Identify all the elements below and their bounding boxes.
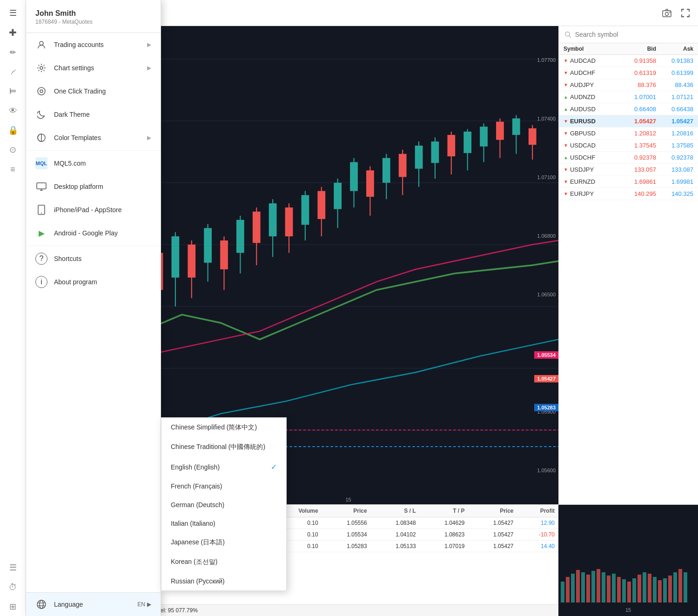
price-tag-1: 1.05534 (534, 351, 558, 359)
svg-rect-38 (204, 228, 212, 262)
user-name: John Smith (35, 9, 151, 18)
language-current: EN ▶ (137, 601, 151, 608)
svg-rect-50 (302, 195, 309, 225)
hamburger-icon[interactable]: ☰ (4, 4, 22, 22)
level-text: Level: 95 077.79% (156, 607, 198, 614)
lang-item-french[interactable]: French (Français) (161, 477, 286, 495)
lang-item-russian[interactable]: Russian (Русский) (161, 572, 286, 590)
pen-icon[interactable]: ✏ (4, 43, 22, 61)
screenshot-button[interactable] (659, 5, 675, 21)
svg-point-135 (40, 67, 43, 69)
indicator-icon[interactable]: ⊨ (4, 82, 22, 100)
lang-item-english[interactable]: English (English) ✓ (161, 457, 286, 477)
nav-item-language[interactable]: Language EN ▶ (26, 592, 161, 616)
dark-theme-label: Dark Theme (54, 111, 90, 118)
nav-item-android[interactable]: ▶ Android - Google Play (26, 221, 161, 245)
chart-x-label-15: 15 (345, 497, 351, 502)
svg-rect-114 (591, 571, 595, 603)
search-icon (564, 31, 571, 38)
svg-point-136 (38, 87, 45, 95)
nav-item-color-templates[interactable]: Color Templates ▶ (26, 126, 161, 149)
nav-item-dark-theme[interactable]: Dark Theme (26, 103, 161, 126)
nav-item-one-click-trading[interactable]: One Click Trading (26, 80, 161, 103)
svg-rect-42 (236, 220, 244, 253)
list-item[interactable]: ▼USDJPY 133.057 133.087 (559, 164, 698, 176)
user-meta: 1876849 - MetaQuotes (35, 19, 151, 25)
eye-icon[interactable]: 👁 (4, 101, 22, 120)
col-symbol: Symbol (564, 46, 619, 52)
lang-item-chinese-simplified[interactable]: Chinese Simplified (简体中文) (161, 418, 286, 437)
color-templates-arrow: ▶ (147, 134, 151, 141)
svg-rect-117 (607, 576, 611, 603)
list-item[interactable]: ▼GBPUSD 1.20812 1.20816 (559, 127, 698, 140)
list-item[interactable]: ▲AUDUSD 0.66408 0.66438 (559, 103, 698, 115)
one-click-label: One Click Trading (54, 87, 106, 95)
checkmark-icon: ✓ (271, 462, 277, 471)
fullscreen-button[interactable] (678, 5, 693, 21)
svg-rect-34 (172, 236, 180, 278)
chart-settings-arrow: ▶ (147, 65, 151, 71)
list-icon[interactable]: ≡ (4, 160, 22, 179)
svg-rect-109 (566, 577, 570, 603)
nav-item-iphone[interactable]: iPhone/iPad - AppStore (26, 198, 161, 221)
price-tag-2: 1.05427 (534, 375, 558, 382)
svg-rect-129 (668, 576, 672, 603)
android-icon: ▶ (35, 227, 47, 239)
svg-rect-36 (188, 245, 195, 278)
list-item[interactable]: ▼EURNZD 1.69861 1.69981 (559, 176, 698, 188)
svg-rect-110 (571, 574, 575, 603)
about-icon: i (35, 276, 47, 288)
desktop-icon (35, 181, 47, 193)
language-submenu: Chinese Simplified (简体中文) Chinese Tradit… (161, 417, 287, 591)
search-symbol-input[interactable] (575, 31, 692, 38)
line-tools-icon[interactable]: ⟋ (4, 62, 22, 81)
list-item[interactable]: ▼USDCAD 1.37545 1.37585 (559, 140, 698, 152)
list-item[interactable]: ▼EURJPY 140.295 140.325 (559, 188, 698, 200)
svg-rect-121 (627, 582, 631, 603)
svg-rect-76 (512, 119, 520, 135)
language-icon (35, 598, 47, 610)
svg-text:15: 15 (625, 607, 631, 613)
history-icon[interactable]: ☰ (4, 558, 22, 577)
lang-item-japanese[interactable]: Japanese (日本語) (161, 533, 286, 552)
nav-dropdown: John Smith 1876849 - MetaQuotes Trading … (26, 0, 161, 616)
svg-rect-124 (643, 572, 646, 603)
clock-icon[interactable]: ⏱ (4, 578, 22, 596)
svg-rect-62 (399, 154, 407, 177)
svg-rect-127 (658, 580, 662, 603)
price-2: 1.07400 (537, 116, 558, 121)
lock-icon[interactable]: 🔒 (4, 121, 22, 140)
nav-item-about[interactable]: i About program (26, 270, 161, 294)
lang-item-italian[interactable]: Italian (Italiano) (161, 514, 286, 533)
price-1: 1.07700 (537, 57, 558, 63)
nav-item-chart-settings[interactable]: Chart settings ▶ (26, 56, 161, 80)
lang-item-german[interactable]: German (Deutsch) (161, 495, 286, 514)
crosshair-icon[interactable]: ✚ (4, 23, 22, 42)
svg-rect-48 (285, 208, 293, 236)
nav-item-trading-accounts[interactable]: Trading accounts ▶ (26, 33, 161, 56)
lang-item-korean[interactable]: Korean (조선말) (161, 552, 286, 572)
network-icon[interactable]: ⊙ (4, 141, 22, 159)
list-item[interactable]: ▼AUDCHF 0.61319 0.61399 (559, 67, 698, 79)
svg-point-142 (41, 213, 42, 214)
list-item[interactable]: ▼AUDCAD 0.91358 0.91383 (559, 55, 698, 67)
svg-rect-78 (529, 128, 537, 145)
nav-item-shortcuts[interactable]: ? Shortcuts (26, 247, 161, 270)
lang-item-chinese-traditional[interactable]: Chinese Traditional (中國傳統的) (161, 437, 286, 457)
list-item[interactable]: ▼EURUSD 1.05427 1.05427 (559, 115, 698, 127)
list-item[interactable]: ▲AUDNZD 1.07001 1.07121 (559, 91, 698, 103)
grid-icon[interactable]: ⊞ (4, 597, 22, 616)
list-item[interactable]: ▲USDCHF 0.92378 0.92378 (559, 152, 698, 164)
list-item[interactable]: ▼AUDJPY 88.376 88.436 (559, 79, 698, 91)
shortcuts-icon: ? (35, 253, 47, 265)
symbol-panel: Symbol Bid Ask ▼AUDCAD 0.91358 0.91383 ▼… (558, 26, 698, 504)
nav-item-mql5[interactable]: MQL MQL5.com (26, 152, 161, 175)
desktop-platform-label: Desktop platform (54, 183, 103, 190)
svg-rect-60 (383, 158, 390, 183)
svg-rect-46 (269, 203, 277, 236)
svg-rect-111 (576, 570, 580, 603)
iphone-icon (35, 204, 47, 216)
price-labels: 1.07700 1.07400 1.07100 1.06800 1.06500 … (537, 26, 558, 504)
svg-rect-64 (415, 146, 423, 169)
nav-item-desktop-platform[interactable]: Desktop platform (26, 175, 161, 198)
